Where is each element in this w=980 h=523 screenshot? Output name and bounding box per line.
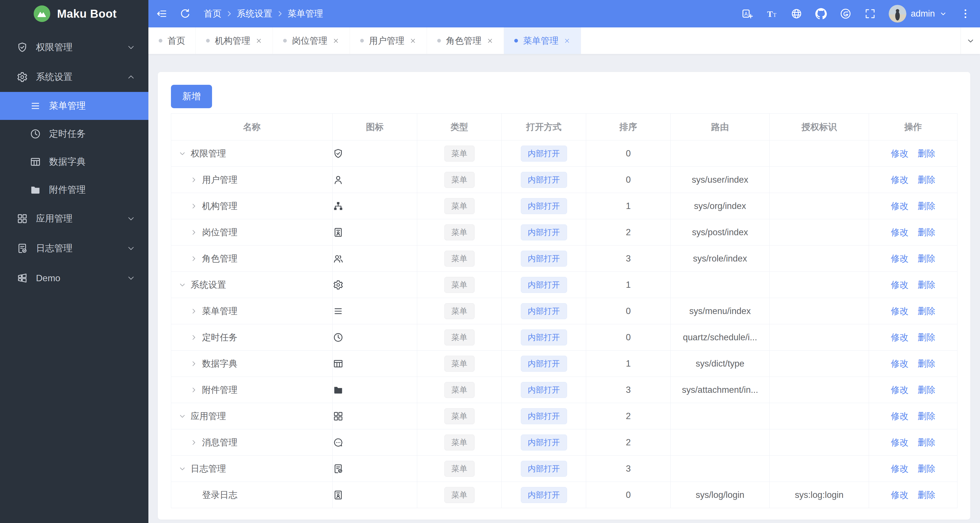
cell-open-mode: 内部打开 bbox=[502, 167, 586, 193]
delete-link[interactable]: 删除 bbox=[918, 464, 935, 474]
breadcrumb-menu-management[interactable]: 菜单管理 bbox=[288, 8, 323, 20]
chevron-right-icon[interactable] bbox=[189, 333, 199, 342]
cell-name: 附件管理 bbox=[171, 377, 333, 403]
cell-auth bbox=[770, 377, 869, 403]
sidebar-menu: 权限管理系统设置菜单管理定时任务数据字典附件管理应用管理日志管理Demo bbox=[0, 27, 148, 293]
edit-link[interactable]: 修改 bbox=[891, 280, 908, 290]
edit-link[interactable]: 修改 bbox=[891, 175, 908, 185]
font-size-icon[interactable]: TT bbox=[766, 8, 778, 20]
delete-link[interactable]: 删除 bbox=[918, 437, 935, 447]
edit-link[interactable]: 修改 bbox=[891, 201, 908, 211]
language-globe-icon[interactable] bbox=[791, 8, 802, 20]
cell-icon bbox=[333, 351, 417, 377]
tab-post[interactable]: 岗位管理 bbox=[273, 27, 350, 54]
close-icon[interactable] bbox=[332, 37, 339, 44]
cell-open-mode: 内部打开 bbox=[502, 403, 586, 429]
chevron-down-icon[interactable] bbox=[178, 280, 187, 290]
app-title: Maku Boot bbox=[57, 8, 117, 20]
sidebar-item-demo[interactable]: Demo bbox=[0, 263, 148, 293]
app-logo[interactable]: Maku Boot bbox=[0, 0, 148, 27]
cell-actions: 修改删除 bbox=[869, 403, 958, 429]
edit-link[interactable]: 修改 bbox=[891, 332, 908, 342]
chevron-right-icon[interactable] bbox=[189, 438, 199, 447]
gitee-icon[interactable] bbox=[840, 8, 851, 20]
delete-link[interactable]: 删除 bbox=[918, 359, 935, 368]
tab-list: 首页机构管理岗位管理用户管理角色管理菜单管理 bbox=[148, 27, 581, 54]
table-row: 角色管理菜单内部打开3sys/role/index修改删除 bbox=[171, 246, 958, 272]
open-mode-tag: 内部打开 bbox=[521, 408, 567, 424]
tab-user[interactable]: 用户管理 bbox=[350, 27, 427, 54]
cell-name: 机构管理 bbox=[171, 193, 333, 219]
breadcrumb-system-settings[interactable]: 系统设置 bbox=[237, 8, 272, 20]
cell-type: 菜单 bbox=[417, 140, 502, 167]
chevron-right-icon[interactable] bbox=[189, 359, 199, 368]
edit-link[interactable]: 修改 bbox=[891, 306, 908, 316]
sidebar-subitem-data-dictionary[interactable]: 数据字典 bbox=[0, 148, 148, 176]
github-icon[interactable] bbox=[815, 8, 827, 20]
cell-name: 数据字典 bbox=[171, 351, 333, 377]
chevron-down-icon[interactable] bbox=[178, 464, 187, 474]
menu-name-label: 菜单管理 bbox=[202, 305, 237, 317]
tab-home[interactable]: 首页 bbox=[148, 27, 196, 54]
edit-link[interactable]: 修改 bbox=[891, 411, 908, 421]
edit-link[interactable]: 修改 bbox=[891, 359, 908, 368]
sidebar-item-system-settings[interactable]: 系统设置 bbox=[0, 62, 148, 92]
tab-menu[interactable]: 菜单管理 bbox=[504, 27, 581, 54]
tab-role[interactable]: 角色管理 bbox=[427, 27, 504, 54]
chevron-right-icon[interactable] bbox=[189, 228, 199, 237]
breadcrumb-home[interactable]: 首页 bbox=[204, 8, 221, 20]
user-icon bbox=[333, 174, 417, 185]
edit-link[interactable]: 修改 bbox=[891, 254, 908, 263]
add-button[interactable]: 新增 bbox=[171, 85, 212, 108]
chevron-right-icon[interactable] bbox=[189, 385, 199, 395]
delete-link[interactable]: 删除 bbox=[918, 254, 935, 263]
sidebar-item-label: 应用管理 bbox=[36, 212, 73, 225]
table-row: 附件管理菜单内部打开3sys/attachment/in...修改删除 bbox=[171, 377, 958, 403]
cell-name: 岗位管理 bbox=[171, 219, 333, 246]
refresh-icon[interactable] bbox=[179, 8, 191, 20]
chevron-right-icon[interactable] bbox=[189, 175, 199, 185]
delete-link[interactable]: 删除 bbox=[918, 332, 935, 342]
tab-overflow-dropdown[interactable] bbox=[961, 27, 980, 54]
delete-link[interactable]: 删除 bbox=[918, 306, 935, 316]
more-options-icon[interactable] bbox=[959, 8, 971, 20]
sidebar-item-log-management[interactable]: 日志管理 bbox=[0, 234, 148, 263]
chevron-right-icon[interactable] bbox=[189, 306, 199, 316]
delete-link[interactable]: 删除 bbox=[918, 490, 935, 500]
close-icon[interactable] bbox=[487, 37, 493, 44]
tab-org[interactable]: 机构管理 bbox=[196, 27, 273, 54]
cell-route bbox=[671, 403, 770, 429]
delete-link[interactable]: 删除 bbox=[918, 175, 935, 185]
sidebar-subitem-menu-management[interactable]: 菜单管理 bbox=[0, 92, 148, 120]
chevron-right-icon[interactable] bbox=[189, 201, 199, 211]
fullscreen-icon[interactable] bbox=[864, 8, 876, 20]
edit-link[interactable]: 修改 bbox=[891, 227, 908, 237]
chevron-down-icon[interactable] bbox=[178, 411, 187, 421]
edit-link[interactable]: 修改 bbox=[891, 464, 908, 474]
delete-link[interactable]: 删除 bbox=[918, 411, 935, 421]
sidebar-item-app-management[interactable]: 应用管理 bbox=[0, 204, 148, 234]
edit-link[interactable]: 修改 bbox=[891, 148, 908, 158]
close-icon[interactable] bbox=[409, 37, 416, 44]
chevron-right-icon bbox=[276, 10, 284, 18]
close-icon[interactable] bbox=[255, 37, 262, 44]
delete-link[interactable]: 删除 bbox=[918, 148, 935, 158]
edit-link[interactable]: 修改 bbox=[891, 490, 908, 500]
close-icon[interactable] bbox=[564, 37, 571, 44]
sidebar-subitem-attachment-management[interactable]: 附件管理 bbox=[0, 176, 148, 204]
collapse-sidebar-icon[interactable] bbox=[156, 8, 168, 20]
delete-link[interactable]: 删除 bbox=[918, 385, 935, 395]
delete-link[interactable]: 删除 bbox=[918, 280, 935, 290]
edit-link[interactable]: 修改 bbox=[891, 385, 908, 395]
sidebar-item-permission[interactable]: 权限管理 bbox=[0, 33, 148, 62]
chevron-down-icon[interactable] bbox=[178, 149, 187, 158]
delete-link[interactable]: 删除 bbox=[918, 227, 935, 237]
delete-link[interactable]: 删除 bbox=[918, 201, 935, 211]
user-menu[interactable]: admin bbox=[889, 5, 947, 22]
chevron-right-icon[interactable] bbox=[189, 254, 199, 263]
sidebar-subitem-label: 定时任务 bbox=[49, 128, 86, 140]
edit-link[interactable]: 修改 bbox=[891, 437, 908, 447]
chevron-down-icon bbox=[127, 214, 135, 223]
translate-icon[interactable]: A bbox=[741, 8, 753, 20]
sidebar-subitem-scheduled-tasks[interactable]: 定时任务 bbox=[0, 120, 148, 148]
